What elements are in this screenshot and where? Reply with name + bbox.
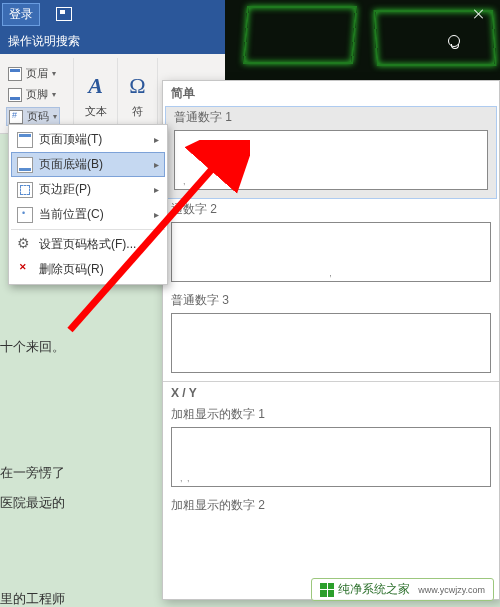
- option-label: 加粗显示的数字 1: [171, 406, 491, 423]
- document-text: 在一旁愣了: [0, 464, 65, 482]
- option-label: 普通数字 3: [171, 292, 491, 309]
- menu-current-position[interactable]: 当前位置(C) ▸: [11, 202, 165, 227]
- watermark-url: www.ycwjzy.com: [418, 585, 485, 595]
- header-icon: [8, 67, 22, 81]
- chevron-right-icon: ▸: [154, 134, 159, 145]
- gallery-option-plain-2[interactable]: 通数字 2 ,: [163, 199, 499, 290]
- menu-page-top-label: 页面顶端(T): [39, 131, 102, 148]
- menu-format-label: 设置页码格式(F)...: [39, 236, 136, 253]
- close-icon: [473, 8, 485, 20]
- gallery-option-bold-2[interactable]: 加粗显示的数字 2: [163, 495, 499, 526]
- ribbon-header-label: 页眉: [26, 66, 48, 81]
- page-number-gallery: 简单 普通数字 1 , 通数字 2 , 普通数字 3 X / Y 加粗显示的数字…: [162, 80, 500, 600]
- format-icon: [17, 237, 33, 253]
- option-preview: ,: [171, 222, 491, 282]
- omega-icon: Ω: [124, 72, 152, 100]
- chevron-right-icon: ▸: [154, 209, 159, 220]
- watermark-text: 纯净系统之家: [338, 581, 410, 598]
- expand-ribbon-icon[interactable]: [56, 7, 72, 21]
- document-text: 里的工程师: [0, 590, 65, 607]
- current-position-icon: [17, 207, 33, 223]
- remove-icon: [17, 262, 33, 278]
- ribbon-group-header-footer: 页眉 ▾ 页脚 ▾ 页码 ▾: [0, 58, 74, 133]
- tell-me-search[interactable]: 操作说明搜索: [8, 33, 80, 50]
- menu-page-margins[interactable]: 页边距(P) ▸: [11, 177, 165, 202]
- ribbon-pagenum-label: 页码: [27, 109, 49, 124]
- share-icon: [448, 35, 460, 47]
- menu-page-bottom-label: 页面底端(B): [39, 156, 103, 173]
- ribbon-symbols[interactable]: Ω 符: [118, 58, 158, 133]
- chevron-right-icon: ▸: [154, 159, 159, 170]
- chevron-right-icon: ▸: [154, 184, 159, 195]
- menu-remove-page-numbers[interactable]: 删除页码(R): [11, 257, 165, 282]
- watermark: 纯净系统之家 www.ycwjzy.com: [311, 578, 494, 601]
- option-preview: , ,: [171, 427, 491, 487]
- document-text: 医院最远的: [0, 494, 65, 512]
- gallery-option-plain-1[interactable]: 普通数字 1 ,: [165, 106, 497, 199]
- option-label: 通数字 2: [171, 201, 491, 218]
- menu-page-margins-label: 页边距(P): [39, 181, 91, 198]
- ribbon-text-box[interactable]: A 文本: [74, 58, 118, 133]
- menu-remove-label: 删除页码(R): [39, 261, 104, 278]
- ribbon-header[interactable]: 页眉 ▾: [6, 65, 58, 82]
- menu-separator: [11, 229, 165, 230]
- menu-page-bottom[interactable]: 页面底端(B) ▸: [11, 152, 165, 177]
- menu-format-page-numbers[interactable]: 设置页码格式(F)...: [11, 232, 165, 257]
- watermark-icon: [320, 583, 334, 597]
- ribbon-footer-label: 页脚: [26, 87, 48, 102]
- menu-current-position-label: 当前位置(C): [39, 206, 104, 223]
- footer-icon: [8, 88, 22, 102]
- menu-page-top[interactable]: 页面顶端(T) ▸: [11, 127, 165, 152]
- gallery-option-bold-1[interactable]: 加粗显示的数字 1 , ,: [163, 404, 499, 495]
- page-number-icon: [9, 110, 23, 124]
- text-box-label: 文本: [85, 104, 107, 119]
- page-bottom-icon: [17, 157, 33, 173]
- page-margin-icon: [17, 182, 33, 198]
- gallery-section-simple: 简单: [163, 81, 499, 106]
- gallery-option-plain-3[interactable]: 普通数字 3: [163, 290, 499, 381]
- chevron-down-icon: ▾: [52, 69, 56, 78]
- page-top-icon: [17, 132, 33, 148]
- login-button[interactable]: 登录: [2, 3, 40, 26]
- ribbon-footer[interactable]: 页脚 ▾: [6, 86, 58, 103]
- chevron-down-icon: ▾: [53, 112, 57, 121]
- option-label: 普通数字 1: [174, 109, 488, 126]
- option-preview: [171, 313, 491, 373]
- option-label: 加粗显示的数字 2: [171, 497, 491, 514]
- page-number-menu: 页面顶端(T) ▸ 页面底端(B) ▸ 页边距(P) ▸ 当前位置(C) ▸ 设…: [8, 124, 168, 285]
- option-preview: ,: [174, 130, 488, 190]
- text-box-icon: A: [82, 72, 110, 100]
- chevron-down-icon: ▾: [52, 90, 56, 99]
- gallery-section-xy: X / Y: [163, 382, 499, 404]
- document-text: 十个来回。: [0, 338, 65, 356]
- symbols-label: 符: [132, 104, 143, 119]
